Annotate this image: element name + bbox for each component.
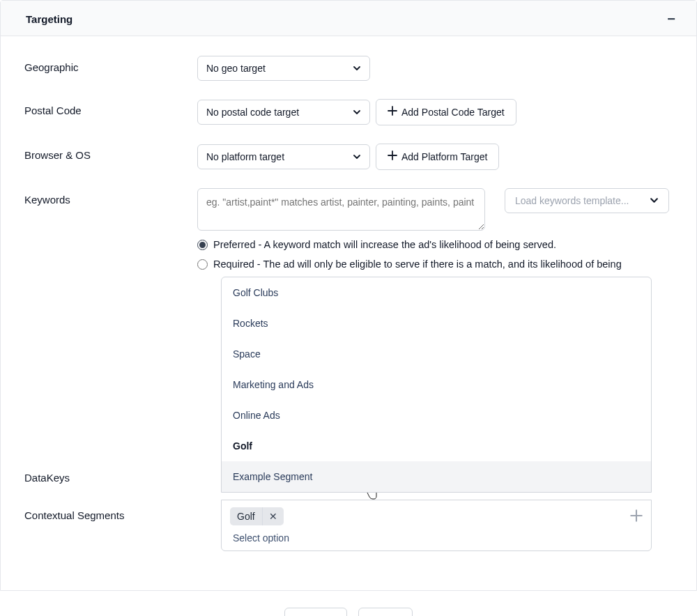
dropdown-item[interactable]: Golf <box>222 431 651 461</box>
add-postal-label: Add Postal Code Target <box>401 107 505 118</box>
load-template-label: Load keywords template... <box>515 195 629 206</box>
postal-select[interactable]: No postal code target <box>197 100 370 125</box>
panel-header: Targeting − <box>1 1 696 36</box>
keywords-input[interactable] <box>197 188 485 231</box>
select-option-placeholder: Select option <box>230 531 643 544</box>
browser-select[interactable]: No platform target <box>197 144 370 169</box>
dropdown-item[interactable]: Rockets <box>222 308 651 339</box>
chevron-down-icon <box>353 107 361 118</box>
geographic-select[interactable]: No geo target <box>197 56 370 81</box>
dropdown-item[interactable]: Space <box>222 339 651 369</box>
keywords-required-radio[interactable]: Required - The ad will only be eligible … <box>197 259 673 270</box>
chevron-down-icon <box>650 196 659 207</box>
contextual-label: Contextual Segments <box>24 509 124 521</box>
load-template-select[interactable]: Load keywords template... <box>505 188 669 213</box>
required-radio-input[interactable] <box>197 259 208 270</box>
preferred-radio-input[interactable] <box>197 240 208 250</box>
geographic-select-value: No geo target <box>206 63 266 74</box>
dropdown-item[interactable]: Example Segment <box>222 461 651 492</box>
required-radio-label: Required - The ad will only be eligible … <box>213 259 622 270</box>
geographic-label: Geographic <box>24 56 197 73</box>
add-platform-label: Add Platform Target <box>401 151 487 162</box>
browser-select-value: No platform target <box>206 151 284 162</box>
segments-dropdown[interactable]: Golf ClubsRocketsSpaceMarketing and AdsO… <box>221 277 652 493</box>
collapse-button[interactable]: − <box>663 12 680 26</box>
preferred-radio-label: Preferred - A keyword match will increas… <box>213 239 556 250</box>
add-platform-button[interactable]: Add Platform Target <box>376 144 499 170</box>
postal-label: Postal Code <box>24 99 197 116</box>
postal-select-value: No postal code target <box>206 107 299 118</box>
chevron-down-icon <box>353 152 361 163</box>
save-button[interactable]: Save <box>358 608 413 616</box>
add-postal-button[interactable]: Add Postal Code Target <box>376 99 516 125</box>
dropdown-item[interactable]: Marketing and Ads <box>222 369 651 400</box>
segments-tag-input[interactable]: Golf ✕ Select option <box>221 500 652 551</box>
chevron-down-icon <box>353 63 361 75</box>
browser-label: Browser & OS <box>24 144 197 161</box>
keywords-preferred-radio[interactable]: Preferred - A keyword match will increas… <box>197 239 673 250</box>
dropdown-item[interactable]: Online Ads <box>222 400 651 431</box>
cancel-button[interactable]: Cancel <box>284 608 347 616</box>
plus-icon <box>388 106 397 118</box>
add-tag-button[interactable] <box>630 509 643 524</box>
plus-icon <box>388 151 397 163</box>
panel-title: Targeting <box>26 13 72 25</box>
tag-text: Golf <box>230 507 262 525</box>
tag-pill: Golf ✕ <box>230 507 284 525</box>
datakeys-label: DataKeys <box>24 472 70 484</box>
dropdown-item[interactable]: Golf Clubs <box>222 277 651 308</box>
tag-remove-button[interactable]: ✕ <box>262 507 284 525</box>
keywords-label: Keywords <box>24 188 197 206</box>
